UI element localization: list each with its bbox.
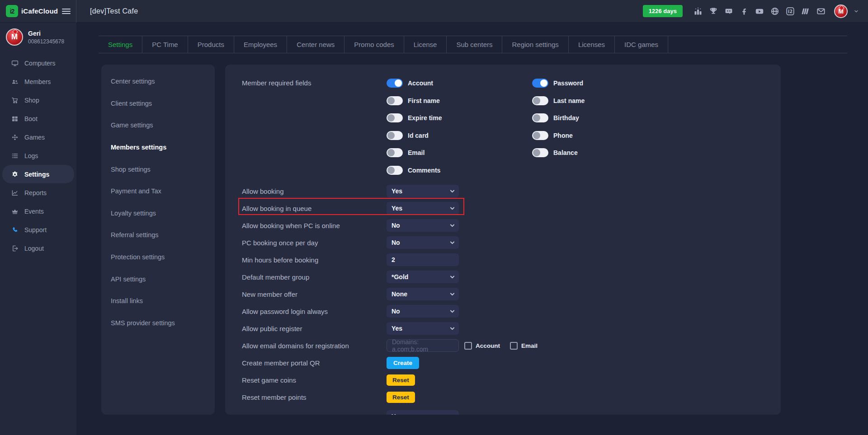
cards-icon[interactable] [801,6,810,16]
tab-settings[interactable]: Settings [99,36,142,53]
email-checkbox[interactable] [510,342,518,350]
mail-icon[interactable] [816,6,826,16]
sidebar-nav: ComputersMembersShopBootGamesLogsSetting… [0,54,76,257]
sidebar-item-label: Games [24,134,45,141]
field-label: Allow booking [242,187,383,195]
submenu-item-shop-settings[interactable]: Shop settings [101,158,215,180]
tab-region-settings[interactable]: Region settings [502,36,568,53]
icafe-icon[interactable]: i2 [785,6,795,16]
last-name-toggle[interactable] [532,96,548,105]
members-settings-panel: Member required fields AccountPasswordFi… [225,65,781,415]
settings-row-allow-booking-when-pc-is-online: Allow booking when PC is onlineNo [225,217,781,234]
submenu-item-game-settings[interactable]: Game settings [101,114,215,136]
sidebar-item-boot[interactable]: Boot [0,109,76,128]
submenu-item-loyalty-settings[interactable]: Loyalty settings [101,202,215,225]
discord-icon[interactable] [724,6,733,16]
trophy-icon[interactable] [708,6,718,16]
user-phone: 008612345678 [28,38,64,45]
sidebar-item-label: Logout [24,245,44,252]
submenu-item-api-settings[interactable]: API settings [101,268,215,290]
chevron-down-icon [449,326,455,333]
brand-logo-icon: i2 [6,5,18,17]
sidebar-item-events[interactable]: Events [0,202,76,220]
new-member-offer-select[interactable]: None [387,288,459,300]
submenu-item-install-links[interactable]: Install links [101,290,215,312]
sidebar-item-reports[interactable]: Reports [0,183,76,202]
password-toggle[interactable] [532,79,548,88]
app-root: i2 iCafeCloud [dev]Test Cafe 1226 days i… [0,0,868,435]
first-name-toggle[interactable] [387,96,403,105]
account-checkbox[interactable] [464,342,472,350]
license-days-badge[interactable]: 1226 days [643,5,683,17]
submenu-item-client-settings[interactable]: Client settings [101,93,215,115]
ranking-icon[interactable] [693,6,703,16]
phone-toggle[interactable] [532,131,548,140]
sidebar-item-games[interactable]: Games [0,128,76,146]
required-field-birthday: Birthday [532,109,678,127]
allow-email-domains-for-registration-input[interactable]: Domains: a.com;b.com [387,339,459,352]
sidebar-item-computers[interactable]: Computers [0,54,76,72]
tab-sub-centers[interactable]: Sub centers [447,36,502,53]
tab-employees[interactable]: Employees [234,36,287,53]
sidebar-item-shop[interactable]: Shop [0,91,76,109]
sidebar-item-label: Settings [24,171,49,178]
chevron-down-icon[interactable] [854,9,859,14]
submenu-item-payment-and-tax[interactable]: Payment and Tax [101,180,215,202]
min-hours-before-booking-input[interactable]: 2 [387,253,459,266]
submenu-item-center-settings[interactable]: Center settings [101,70,215,93]
field-label: Member required fields [242,75,387,179]
submenu-item-referral-settings[interactable]: Referral settings [101,224,215,246]
birthday-toggle[interactable] [532,113,548,122]
sidebar-item-logs[interactable]: Logs [0,146,76,165]
tab-bar: SettingsPC TimeProductsEmployeesCenter n… [99,36,847,53]
comments-toggle[interactable] [387,166,403,175]
allow-booking-select[interactable]: Yes [387,185,459,197]
settings-row-default-member-group: Default member group*Gold [225,268,781,285]
youtube-icon[interactable] [755,6,764,16]
tab-promo-codes[interactable]: Promo codes [344,36,404,53]
balance-toggle[interactable] [532,148,548,157]
default-member-group-select[interactable]: *Gold [387,271,459,283]
sidebar-item-members[interactable]: Members [0,72,76,91]
globe-icon[interactable] [770,6,779,16]
sidebar-item-logout[interactable]: Logout [0,239,76,257]
svg-text:i2: i2 [788,9,792,14]
submenu-item-sms-provider-settings[interactable]: SMS provider settings [101,312,215,334]
account-toggle[interactable] [387,79,403,88]
sidebar-item-support[interactable]: Support [0,220,76,239]
allow-password-login-always-select[interactable]: No [387,305,459,318]
submenu-item-protection-settings[interactable]: Protection settings [101,246,215,268]
id-card-toggle[interactable] [387,131,403,140]
tab-license[interactable]: License [404,36,447,53]
tab-products[interactable]: Products [188,36,234,53]
required-field-id-card: Id card [387,127,532,145]
allow-booking-when-pc-is-online-select[interactable]: No [387,219,459,232]
user-avatar[interactable]: M [834,5,848,18]
allow-public-register-select[interactable]: Yes [387,322,459,335]
allow-booking-in-queue-select[interactable]: Yes [387,202,459,215]
reset-member-points-button[interactable]: Reset [387,392,415,403]
field-control: Reset [387,374,415,386]
field-control: Yes [387,406,459,415]
topbar-actions: 1226 days i2 M [643,5,868,18]
pc-booking-once-per-day-select[interactable]: No [387,236,459,249]
expire-time-toggle[interactable] [387,113,403,122]
settings-submenu-panel: Center settingsClient settingsGame setti… [101,65,215,415]
reset-game-coins-button[interactable]: Reset [387,374,415,386]
sidebar-item-settings[interactable]: Settings [2,165,74,183]
submenu-item-members-settings[interactable]: Members settings [101,136,215,159]
create-member-portal-qr-button[interactable]: Create [387,357,419,369]
field-label: Allow public register [242,325,383,332]
monitor-icon [11,59,19,67]
content-area: SettingsPC TimeProductsEmployeesCenter n… [76,23,868,435]
tab-idc-games[interactable]: IDC games [615,36,668,53]
tab-licenses[interactable]: Licenses [569,36,615,53]
tab-pc-time[interactable]: PC Time [142,36,188,53]
facebook-icon[interactable] [739,6,749,16]
tab-center-news[interactable]: Center news [287,36,344,53]
sidebar-item-label: Reports [24,189,47,196]
email-toggle[interactable] [387,148,403,157]
input-value: 2 [392,256,395,263]
field-select[interactable]: Yes [387,410,459,415]
menu-toggle-icon[interactable] [62,9,71,14]
